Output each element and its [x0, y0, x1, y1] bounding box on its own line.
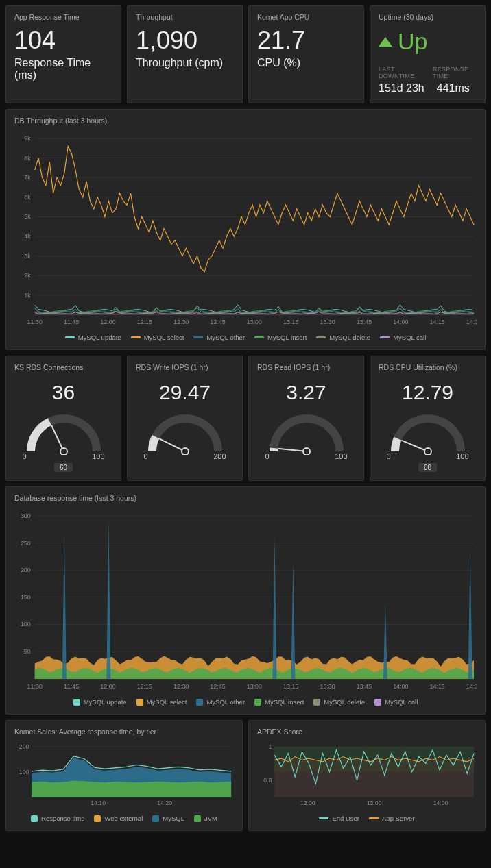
card-avg-response-by-tier: Komet Sales: Average response time, by t… [5, 720, 243, 831]
svg-text:13:00: 13:00 [367, 799, 382, 806]
svg-text:50: 50 [24, 649, 31, 656]
card-title: RDS Read IOPS (1 hr) [257, 363, 355, 371]
svg-text:13:00: 13:00 [247, 319, 262, 325]
metric-value: 21.7 [257, 28, 355, 53]
svg-text:200: 200 [21, 567, 31, 574]
svg-text:12:30: 12:30 [173, 319, 189, 325]
svg-text:14:00: 14:00 [393, 683, 408, 690]
svg-text:14:15: 14:15 [430, 683, 445, 690]
svg-text:12:00: 12:00 [300, 799, 315, 806]
legend-item[interactable]: MySQL select [136, 698, 187, 706]
card-rds-cpu: RDS CPU Utilization (%) 12.79 0100 60 [370, 356, 486, 481]
legend-item[interactable]: Web external [94, 815, 143, 822]
svg-text:13:15: 13:15 [283, 683, 298, 690]
metric-sub: Response Time (ms) [14, 57, 112, 82]
svg-text:13:30: 13:30 [320, 683, 335, 690]
label-last-downtime: LAST DOWNTIME [379, 66, 423, 79]
gauge-value: 12.79 [402, 381, 453, 404]
card-title: App Response Time [14, 13, 112, 21]
svg-text:2k: 2k [24, 272, 31, 279]
card-response-time: App Response Time 104 Response Time (ms) [5, 5, 121, 103]
legend-item[interactable]: MySQL delete [316, 334, 370, 341]
legend-item[interactable]: MySQL update [65, 334, 121, 341]
svg-text:12:00: 12:00 [100, 683, 115, 690]
svg-text:12:45: 12:45 [210, 319, 225, 325]
apdex-chart: 0.8112:0013:0014:00 [257, 743, 477, 809]
uptime-status: Up [398, 28, 427, 55]
svg-text:12:45: 12:45 [210, 683, 225, 690]
svg-text:14:10: 14:10 [91, 799, 106, 806]
svg-text:13:30: 13:30 [320, 319, 335, 325]
svg-text:150: 150 [21, 594, 31, 601]
svg-text:250: 250 [21, 540, 31, 547]
legend-item[interactable]: MySQL other [196, 698, 245, 706]
svg-text:12:15: 12:15 [137, 683, 152, 690]
svg-text:7k: 7k [24, 174, 31, 181]
svg-text:11:30: 11:30 [27, 319, 43, 325]
svg-text:5k: 5k [24, 213, 31, 220]
card-db-throughput: DB Throughput (last 3 hours) 1k2k3k4k5k6… [5, 109, 486, 350]
chart-legend: End UserApp Server [257, 815, 477, 822]
legend-item[interactable]: End User [319, 815, 359, 822]
gauge-value: 36 [52, 381, 75, 404]
metric-value: 104 [14, 28, 112, 53]
svg-text:300: 300 [21, 512, 31, 519]
svg-text:14:30: 14:30 [466, 683, 477, 690]
card-rds-read-iops: RDS Read IOPS (1 hr) 3.27 0100 [248, 356, 364, 481]
card-title: Database response time (last 3 hours) [14, 494, 477, 502]
legend-item[interactable]: MySQL [152, 815, 184, 822]
card-uptime: Uptime (30 days) Up LAST DOWNTIME RESPON… [370, 5, 486, 103]
svg-text:13:45: 13:45 [357, 319, 372, 325]
svg-text:11:30: 11:30 [27, 683, 43, 690]
card-apdex: APDEX Score 0.8112:0013:0014:00 End User… [248, 720, 486, 831]
card-cpu: Komet App CPU 21.7 CPU (%) [248, 5, 364, 103]
chart-legend: MySQL updateMySQL selectMySQL otherMySQL… [14, 334, 477, 341]
svg-text:14:30: 14:30 [466, 319, 477, 325]
legend-item[interactable]: MySQL insert [254, 698, 304, 706]
legend-item[interactable]: MySQL call [380, 334, 426, 341]
card-title: DB Throughput (last 3 hours) [14, 116, 477, 125]
card-rds-connections: KS RDS Connections 36 0100 60 [5, 356, 121, 481]
metric-value: 1,090 [136, 28, 234, 53]
gauge-threshold-badge: 60 [54, 463, 73, 472]
svg-text:13:45: 13:45 [357, 683, 372, 690]
svg-rect-74 [274, 747, 474, 759]
legend-item[interactable]: MySQL delete [313, 698, 365, 706]
label-response-time: RESPONSE TIME [433, 66, 477, 79]
legend-item[interactable]: MySQL update [73, 698, 127, 706]
svg-text:14:00: 14:00 [433, 799, 448, 806]
svg-line-38 [401, 441, 428, 451]
legend-item[interactable]: Response time [31, 815, 84, 822]
legend-item[interactable]: MySQL call [374, 698, 418, 706]
svg-text:9k: 9k [24, 135, 31, 142]
metric-sub: CPU (%) [257, 57, 355, 69]
svg-text:11:45: 11:45 [64, 683, 79, 690]
svg-text:14:20: 14:20 [157, 799, 172, 806]
gauge-chart [19, 407, 108, 455]
legend-item[interactable]: JVM [194, 815, 217, 822]
svg-text:100: 100 [19, 769, 29, 776]
svg-text:1: 1 [268, 743, 272, 750]
db-response-time-chart: 5010015020025030011:3011:4512:0012:1512:… [14, 509, 477, 693]
legend-item[interactable]: MySQL insert [254, 334, 307, 341]
svg-text:1k: 1k [24, 292, 31, 299]
svg-text:12:00: 12:00 [100, 319, 115, 325]
card-title: Uptime (30 days) [379, 13, 477, 21]
svg-line-34 [159, 439, 185, 452]
svg-text:11:45: 11:45 [64, 319, 79, 325]
legend-item[interactable]: MySQL other [193, 334, 245, 341]
card-throughput: Throughput 1,090 Throughput (cpm) [127, 5, 243, 103]
legend-item[interactable]: App Server [369, 815, 415, 822]
card-title: KS RDS Connections [14, 363, 112, 371]
svg-text:0.8: 0.8 [263, 777, 272, 784]
card-title: Komet App CPU [257, 13, 355, 21]
svg-text:13:15: 13:15 [283, 319, 298, 325]
svg-line-36 [278, 449, 307, 451]
gauge-value: 29.47 [159, 381, 211, 404]
card-title: APDEX Score [257, 728, 477, 736]
gauge-threshold-badge: 60 [418, 463, 437, 472]
legend-item[interactable]: MySQL select [131, 334, 184, 341]
card-db-response-time: Database response time (last 3 hours) 50… [5, 486, 486, 715]
value-last-downtime: 151d 23h [379, 82, 424, 95]
gauge-chart [141, 407, 230, 455]
